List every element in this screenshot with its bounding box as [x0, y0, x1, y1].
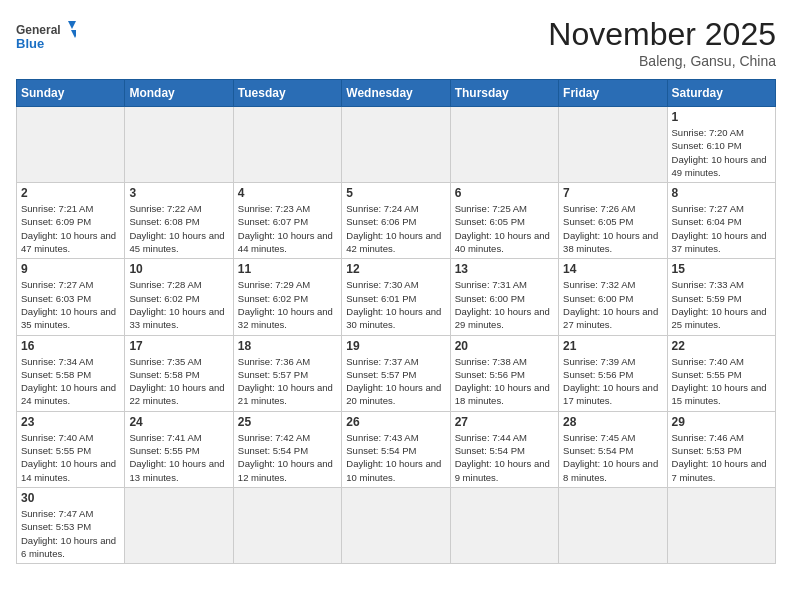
calendar-row: 1Sunrise: 7:20 AMSunset: 6:10 PMDaylight… — [17, 107, 776, 183]
calendar-day: 11Sunrise: 7:29 AMSunset: 6:02 PMDayligh… — [233, 259, 341, 335]
calendar-day: 12Sunrise: 7:30 AMSunset: 6:01 PMDayligh… — [342, 259, 450, 335]
day-info: Sunrise: 7:46 AMSunset: 5:53 PMDaylight:… — [672, 431, 771, 484]
calendar-row: 16Sunrise: 7:34 AMSunset: 5:58 PMDayligh… — [17, 335, 776, 411]
day-info: Sunrise: 7:27 AMSunset: 6:04 PMDaylight:… — [672, 202, 771, 255]
calendar-header-row: SundayMondayTuesdayWednesdayThursdayFrid… — [17, 80, 776, 107]
day-info: Sunrise: 7:43 AMSunset: 5:54 PMDaylight:… — [346, 431, 445, 484]
calendar-day — [125, 107, 233, 183]
svg-text:Blue: Blue — [16, 36, 44, 51]
day-number: 18 — [238, 339, 337, 353]
calendar-day: 4Sunrise: 7:23 AMSunset: 6:07 PMDaylight… — [233, 183, 341, 259]
calendar-row: 23Sunrise: 7:40 AMSunset: 5:55 PMDayligh… — [17, 411, 776, 487]
calendar-day: 5Sunrise: 7:24 AMSunset: 6:06 PMDaylight… — [342, 183, 450, 259]
calendar-day: 20Sunrise: 7:38 AMSunset: 5:56 PMDayligh… — [450, 335, 558, 411]
calendar-day: 8Sunrise: 7:27 AMSunset: 6:04 PMDaylight… — [667, 183, 775, 259]
calendar-day: 23Sunrise: 7:40 AMSunset: 5:55 PMDayligh… — [17, 411, 125, 487]
calendar-day: 19Sunrise: 7:37 AMSunset: 5:57 PMDayligh… — [342, 335, 450, 411]
day-number: 5 — [346, 186, 445, 200]
calendar-day — [342, 107, 450, 183]
weekday-header: Monday — [125, 80, 233, 107]
calendar-day: 1Sunrise: 7:20 AMSunset: 6:10 PMDaylight… — [667, 107, 775, 183]
day-info: Sunrise: 7:28 AMSunset: 6:02 PMDaylight:… — [129, 278, 228, 331]
day-info: Sunrise: 7:36 AMSunset: 5:57 PMDaylight:… — [238, 355, 337, 408]
weekday-header: Thursday — [450, 80, 558, 107]
calendar-day — [450, 487, 558, 563]
logo: General Blue — [16, 16, 76, 56]
day-number: 2 — [21, 186, 120, 200]
calendar-day: 24Sunrise: 7:41 AMSunset: 5:55 PMDayligh… — [125, 411, 233, 487]
day-info: Sunrise: 7:45 AMSunset: 5:54 PMDaylight:… — [563, 431, 662, 484]
day-info: Sunrise: 7:37 AMSunset: 5:57 PMDaylight:… — [346, 355, 445, 408]
location: Baleng, Gansu, China — [548, 53, 776, 69]
day-number: 13 — [455, 262, 554, 276]
day-number: 1 — [672, 110, 771, 124]
day-info: Sunrise: 7:32 AMSunset: 6:00 PMDaylight:… — [563, 278, 662, 331]
day-info: Sunrise: 7:22 AMSunset: 6:08 PMDaylight:… — [129, 202, 228, 255]
calendar-day — [17, 107, 125, 183]
day-number: 17 — [129, 339, 228, 353]
calendar-day — [342, 487, 450, 563]
day-info: Sunrise: 7:38 AMSunset: 5:56 PMDaylight:… — [455, 355, 554, 408]
day-info: Sunrise: 7:25 AMSunset: 6:05 PMDaylight:… — [455, 202, 554, 255]
day-info: Sunrise: 7:24 AMSunset: 6:06 PMDaylight:… — [346, 202, 445, 255]
day-number: 6 — [455, 186, 554, 200]
calendar-day — [450, 107, 558, 183]
calendar-row: 9Sunrise: 7:27 AMSunset: 6:03 PMDaylight… — [17, 259, 776, 335]
day-number: 16 — [21, 339, 120, 353]
logo-svg: General Blue — [16, 16, 76, 56]
day-info: Sunrise: 7:35 AMSunset: 5:58 PMDaylight:… — [129, 355, 228, 408]
calendar-row: 30Sunrise: 7:47 AMSunset: 5:53 PMDayligh… — [17, 487, 776, 563]
day-info: Sunrise: 7:41 AMSunset: 5:55 PMDaylight:… — [129, 431, 228, 484]
calendar-day: 2Sunrise: 7:21 AMSunset: 6:09 PMDaylight… — [17, 183, 125, 259]
calendar-day — [125, 487, 233, 563]
day-number: 9 — [21, 262, 120, 276]
weekday-header: Sunday — [17, 80, 125, 107]
day-info: Sunrise: 7:31 AMSunset: 6:00 PMDaylight:… — [455, 278, 554, 331]
day-info: Sunrise: 7:30 AMSunset: 6:01 PMDaylight:… — [346, 278, 445, 331]
day-number: 19 — [346, 339, 445, 353]
calendar-day: 3Sunrise: 7:22 AMSunset: 6:08 PMDaylight… — [125, 183, 233, 259]
day-number: 10 — [129, 262, 228, 276]
day-info: Sunrise: 7:23 AMSunset: 6:07 PMDaylight:… — [238, 202, 337, 255]
calendar-day: 17Sunrise: 7:35 AMSunset: 5:58 PMDayligh… — [125, 335, 233, 411]
day-number: 20 — [455, 339, 554, 353]
day-info: Sunrise: 7:26 AMSunset: 6:05 PMDaylight:… — [563, 202, 662, 255]
calendar-day — [559, 487, 667, 563]
title-block: November 2025 Baleng, Gansu, China — [548, 16, 776, 69]
day-number: 11 — [238, 262, 337, 276]
calendar-day: 26Sunrise: 7:43 AMSunset: 5:54 PMDayligh… — [342, 411, 450, 487]
calendar-day: 28Sunrise: 7:45 AMSunset: 5:54 PMDayligh… — [559, 411, 667, 487]
day-number: 28 — [563, 415, 662, 429]
calendar-day: 9Sunrise: 7:27 AMSunset: 6:03 PMDaylight… — [17, 259, 125, 335]
calendar-day: 15Sunrise: 7:33 AMSunset: 5:59 PMDayligh… — [667, 259, 775, 335]
day-number: 15 — [672, 262, 771, 276]
calendar-table: SundayMondayTuesdayWednesdayThursdayFrid… — [16, 79, 776, 564]
day-number: 29 — [672, 415, 771, 429]
calendar-row: 2Sunrise: 7:21 AMSunset: 6:09 PMDaylight… — [17, 183, 776, 259]
calendar-day: 6Sunrise: 7:25 AMSunset: 6:05 PMDaylight… — [450, 183, 558, 259]
page-header: General Blue November 2025 Baleng, Gansu… — [16, 16, 776, 69]
weekday-header: Saturday — [667, 80, 775, 107]
calendar-day: 7Sunrise: 7:26 AMSunset: 6:05 PMDaylight… — [559, 183, 667, 259]
svg-marker-3 — [71, 30, 76, 38]
day-number: 21 — [563, 339, 662, 353]
day-info: Sunrise: 7:40 AMSunset: 5:55 PMDaylight:… — [672, 355, 771, 408]
calendar-day: 25Sunrise: 7:42 AMSunset: 5:54 PMDayligh… — [233, 411, 341, 487]
day-number: 14 — [563, 262, 662, 276]
calendar-day — [233, 107, 341, 183]
calendar-day: 29Sunrise: 7:46 AMSunset: 5:53 PMDayligh… — [667, 411, 775, 487]
calendar-day: 14Sunrise: 7:32 AMSunset: 6:00 PMDayligh… — [559, 259, 667, 335]
day-info: Sunrise: 7:34 AMSunset: 5:58 PMDaylight:… — [21, 355, 120, 408]
calendar-day: 10Sunrise: 7:28 AMSunset: 6:02 PMDayligh… — [125, 259, 233, 335]
day-number: 22 — [672, 339, 771, 353]
day-info: Sunrise: 7:39 AMSunset: 5:56 PMDaylight:… — [563, 355, 662, 408]
month-title: November 2025 — [548, 16, 776, 53]
day-info: Sunrise: 7:27 AMSunset: 6:03 PMDaylight:… — [21, 278, 120, 331]
day-info: Sunrise: 7:20 AMSunset: 6:10 PMDaylight:… — [672, 126, 771, 179]
day-number: 3 — [129, 186, 228, 200]
calendar-day: 18Sunrise: 7:36 AMSunset: 5:57 PMDayligh… — [233, 335, 341, 411]
day-number: 25 — [238, 415, 337, 429]
day-info: Sunrise: 7:44 AMSunset: 5:54 PMDaylight:… — [455, 431, 554, 484]
weekday-header: Friday — [559, 80, 667, 107]
day-number: 4 — [238, 186, 337, 200]
